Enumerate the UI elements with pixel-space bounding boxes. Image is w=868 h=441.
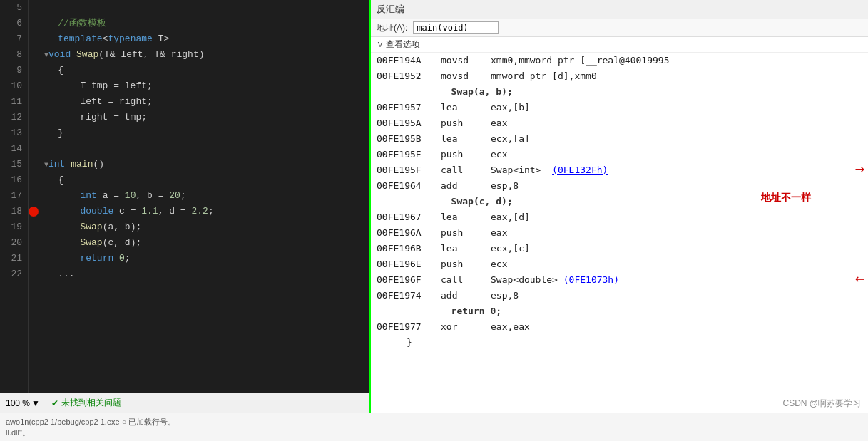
disasm-title: 反汇编 (371, 0, 868, 19)
line-number: 5 (0, 0, 22, 16)
line-number: 16 (0, 172, 22, 188)
line-number: 20 (0, 235, 22, 251)
address-label: 地址(A): (377, 22, 407, 34)
disasm-line: } (371, 335, 868, 351)
disasm-line: 00FE195FcallSwap<int> (0FE132Fh)← (371, 162, 868, 178)
address-input[interactable] (413, 21, 499, 34)
disasm-line: 00FE195Bleaecx,[a] (371, 131, 868, 147)
code-line: ▼int main() (36, 157, 369, 172)
line-number: 13 (0, 125, 22, 141)
zoom-dropdown-icon[interactable]: ▼ (31, 398, 40, 408)
disasm-line: 00FE1967leaeax,[d] (371, 209, 868, 225)
disasm-line: Swap(c, d); (371, 194, 868, 209)
disasm-line: 00FE1957leaeax,[b] (371, 100, 868, 115)
disasm-line: 00FE1952movsdmmword ptr [d],xmm0 (371, 68, 868, 84)
disasm-content: 00FE194Amovsdxmm0,mmword ptr [__real@400… (371, 53, 868, 413)
code-line: //函数模板 (36, 16, 369, 31)
watermark: CSDN @啊苏要学习 (782, 398, 861, 410)
main-area: 5678910111213141516171819202122 //函数模板 t… (0, 0, 868, 413)
line-number: 6 (0, 16, 22, 31)
disasm-line: 00FE196Bleaecx,[c] (371, 241, 868, 256)
line-number: 22 (0, 266, 22, 282)
view-options[interactable]: ∨ 查看选项 (371, 37, 868, 53)
code-line: T tmp = left; (36, 78, 369, 94)
line-number: 9 (0, 63, 22, 78)
disasm-line: 00FE195Epushecx (371, 147, 868, 162)
disasm-line: 00FE1964addesp,8 (371, 178, 868, 194)
code-line: right = tmp; (36, 110, 369, 125)
code-line (36, 0, 369, 16)
line-number: 12 (0, 110, 22, 125)
disasm-panel: 反汇编 地址(A): ∨ 查看选项 00FE194Amovsdxmm0,mmwo… (371, 0, 868, 413)
code-line: } (36, 125, 369, 141)
line-number: 19 (0, 219, 22, 235)
disasm-line: 00FE196FcallSwap<double> (0FE1073h)← (371, 272, 868, 288)
zoom-value: 100 % (6, 398, 30, 408)
code-line: { (36, 63, 369, 78)
code-content: 5678910111213141516171819202122 //函数模板 t… (0, 0, 369, 393)
bottom-bar: awo1n(cpp2 1/bebug/cpp2 1.exe ○ 已加载行号。 l… (0, 413, 868, 441)
arrow-annotation-2: ← (855, 271, 864, 286)
status-text: 未找到相关问题 (61, 397, 121, 409)
code-line: return 0; (36, 251, 369, 266)
code-line: ▼void Swap(T& left, T& right) (36, 47, 369, 63)
code-line: Swap(c, d); (36, 235, 369, 251)
disasm-line: 00FE194Amovsdxmm0,mmword ptr [__real@400… (371, 53, 868, 68)
line-number: 15 (0, 157, 22, 172)
line-number: 7 (0, 31, 22, 47)
code-line: double c = 1.1, d = 2.2; (36, 204, 369, 219)
bottom-line2: ll.dll"。 (6, 427, 862, 438)
code-line: Swap(a, b); (36, 219, 369, 235)
code-line (36, 141, 369, 157)
status-bar: 100 % ▼ ✔ 未找到相关问题 (0, 393, 369, 413)
disasm-line: 00FE196Epushecx (371, 256, 868, 272)
line-number: 14 (0, 141, 22, 157)
disasm-line: 00FE196Apusheax (371, 225, 868, 241)
line-number: 21 (0, 251, 22, 266)
line-number: 11 (0, 94, 22, 110)
disasm-line: 00FE1977xoreax,eax (371, 319, 868, 335)
bottom-line1: awo1n(cpp2 1/bebug/cpp2 1.exe ○ 已加载行号。 (6, 417, 862, 427)
line-number: 10 (0, 78, 22, 94)
line-number: 8 (0, 47, 22, 63)
disasm-line: 00FE1974addesp,8 (371, 288, 868, 303)
disasm-line: return 0; (371, 303, 868, 319)
code-line: left = right; (36, 94, 369, 110)
disasm-wrapper: 00FE194Amovsdxmm0,mmword ptr [__real@400… (371, 53, 868, 413)
disasm-line: 00FE195Apusheax (371, 115, 868, 131)
code-line: { (36, 172, 369, 188)
disasm-address-bar: 地址(A): (371, 19, 868, 37)
code-line: ... (36, 266, 369, 282)
zoom-control[interactable]: 100 % ▼ (6, 398, 40, 408)
line-numbers: 5678910111213141516171819202122 (0, 0, 29, 393)
line-number: 17 (0, 188, 22, 204)
line-number: 18 (0, 204, 22, 219)
code-line: int a = 10, b = 20; (36, 188, 369, 204)
arrow-annotation-1: ← (855, 161, 864, 177)
code-line: template<typename T> (36, 31, 369, 47)
disasm-line: Swap(a, b); (371, 84, 868, 100)
status-check: ✔ 未找到相关问题 (51, 397, 121, 409)
check-icon: ✔ (51, 398, 58, 408)
code-panel: 5678910111213141516171819202122 //函数模板 t… (0, 0, 371, 413)
code-lines: //函数模板 template<typename T> ▼void Swap(T… (29, 0, 369, 393)
